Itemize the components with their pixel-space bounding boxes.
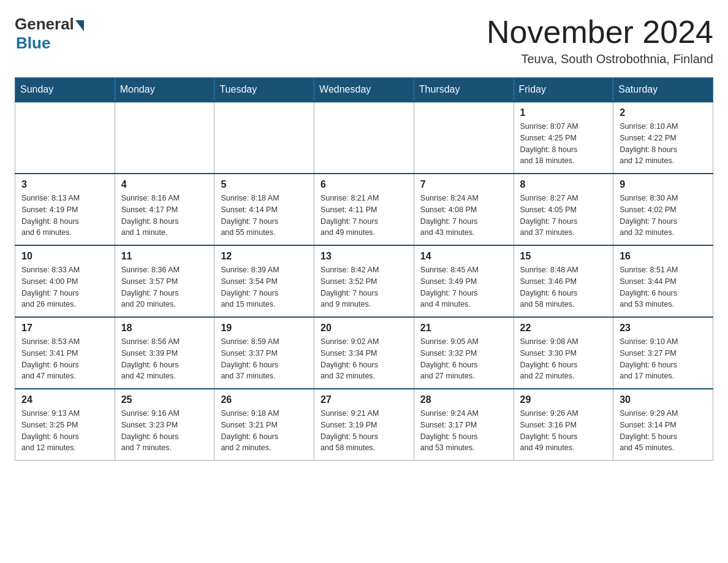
calendar-cell: 16Sunrise: 8:51 AMSunset: 3:44 PMDayligh… xyxy=(613,245,713,317)
day-info: Sunrise: 8:30 AMSunset: 4:02 PMDaylight:… xyxy=(620,193,707,239)
calendar-cell: 2Sunrise: 8:10 AMSunset: 4:22 PMDaylight… xyxy=(613,102,713,174)
day-number: 3 xyxy=(21,179,108,190)
day-info: Sunrise: 9:13 AMSunset: 3:25 PMDaylight:… xyxy=(21,408,108,454)
day-info: Sunrise: 8:51 AMSunset: 3:44 PMDaylight:… xyxy=(620,264,707,310)
day-info: Sunrise: 8:36 AMSunset: 3:57 PMDaylight:… xyxy=(121,264,208,310)
day-info: Sunrise: 8:16 AMSunset: 4:17 PMDaylight:… xyxy=(121,193,208,239)
weekday-header-friday: Friday xyxy=(514,78,613,102)
weekday-header-wednesday: Wednesday xyxy=(314,78,414,102)
day-number: 27 xyxy=(320,394,408,405)
day-number: 29 xyxy=(520,394,607,405)
day-number: 19 xyxy=(221,323,308,334)
day-info: Sunrise: 8:59 AMSunset: 3:37 PMDaylight:… xyxy=(221,336,308,382)
calendar-cell: 25Sunrise: 9:16 AMSunset: 3:23 PMDayligh… xyxy=(115,389,214,461)
day-number: 9 xyxy=(620,179,707,190)
day-info: Sunrise: 9:18 AMSunset: 3:21 PMDaylight:… xyxy=(221,408,308,454)
calendar-cell xyxy=(414,102,514,174)
calendar-cell: 26Sunrise: 9:18 AMSunset: 3:21 PMDayligh… xyxy=(214,389,314,461)
weekday-header-row: SundayMondayTuesdayWednesdayThursdayFrid… xyxy=(15,78,713,102)
calendar-week-1: 1Sunrise: 8:07 AMSunset: 4:25 PMDaylight… xyxy=(15,102,713,174)
day-number: 11 xyxy=(121,251,208,262)
day-info: Sunrise: 9:26 AMSunset: 3:16 PMDaylight:… xyxy=(520,408,607,454)
day-number: 15 xyxy=(520,251,607,262)
location-title: Teuva, South Ostrobothnia, Finland xyxy=(487,52,713,66)
calendar-week-3: 10Sunrise: 8:33 AMSunset: 4:00 PMDayligh… xyxy=(15,245,713,317)
day-number: 2 xyxy=(620,107,707,118)
day-number: 20 xyxy=(320,323,408,334)
day-number: 26 xyxy=(221,394,308,405)
weekday-header-tuesday: Tuesday xyxy=(214,78,314,102)
calendar-cell: 18Sunrise: 8:56 AMSunset: 3:39 PMDayligh… xyxy=(115,317,214,389)
calendar-cell: 23Sunrise: 9:10 AMSunset: 3:27 PMDayligh… xyxy=(613,317,713,389)
calendar-cell: 20Sunrise: 9:02 AMSunset: 3:34 PMDayligh… xyxy=(314,317,414,389)
weekday-header-saturday: Saturday xyxy=(613,78,713,102)
calendar-cell: 6Sunrise: 8:21 AMSunset: 4:11 PMDaylight… xyxy=(314,174,414,245)
calendar-cell: 4Sunrise: 8:16 AMSunset: 4:17 PMDaylight… xyxy=(115,174,214,245)
day-info: Sunrise: 8:53 AMSunset: 3:41 PMDaylight:… xyxy=(21,336,108,382)
calendar-week-5: 24Sunrise: 9:13 AMSunset: 3:25 PMDayligh… xyxy=(15,389,713,461)
calendar-cell: 22Sunrise: 9:08 AMSunset: 3:30 PMDayligh… xyxy=(514,317,613,389)
day-info: Sunrise: 8:39 AMSunset: 3:54 PMDaylight:… xyxy=(221,264,308,310)
day-info: Sunrise: 8:10 AMSunset: 4:22 PMDaylight:… xyxy=(620,121,707,167)
calendar-cell: 14Sunrise: 8:45 AMSunset: 3:49 PMDayligh… xyxy=(414,245,514,317)
calendar-week-2: 3Sunrise: 8:13 AMSunset: 4:19 PMDaylight… xyxy=(15,174,713,245)
weekday-header-sunday: Sunday xyxy=(15,78,115,102)
calendar-cell: 5Sunrise: 8:18 AMSunset: 4:14 PMDaylight… xyxy=(214,174,314,245)
calendar-week-4: 17Sunrise: 8:53 AMSunset: 3:41 PMDayligh… xyxy=(15,317,713,389)
month-title: November 2024 xyxy=(487,15,713,50)
calendar-cell xyxy=(214,102,314,174)
calendar-cell: 7Sunrise: 8:24 AMSunset: 4:08 PMDaylight… xyxy=(414,174,514,245)
day-info: Sunrise: 9:29 AMSunset: 3:14 PMDaylight:… xyxy=(620,408,707,454)
page-header: General Blue November 2024 Teuva, South … xyxy=(15,15,713,66)
weekday-header-thursday: Thursday xyxy=(414,78,514,102)
day-info: Sunrise: 8:18 AMSunset: 4:14 PMDaylight:… xyxy=(221,193,308,239)
calendar-cell: 21Sunrise: 9:05 AMSunset: 3:32 PMDayligh… xyxy=(414,317,514,389)
day-number: 22 xyxy=(520,323,607,334)
day-number: 13 xyxy=(320,251,408,262)
calendar-cell: 19Sunrise: 8:59 AMSunset: 3:37 PMDayligh… xyxy=(214,317,314,389)
calendar-cell: 3Sunrise: 8:13 AMSunset: 4:19 PMDaylight… xyxy=(15,174,115,245)
calendar-cell: 17Sunrise: 8:53 AMSunset: 3:41 PMDayligh… xyxy=(15,317,115,389)
day-info: Sunrise: 9:02 AMSunset: 3:34 PMDaylight:… xyxy=(320,336,408,382)
day-number: 16 xyxy=(620,251,707,262)
calendar-cell: 24Sunrise: 9:13 AMSunset: 3:25 PMDayligh… xyxy=(15,389,115,461)
day-number: 25 xyxy=(121,394,208,405)
calendar-cell: 10Sunrise: 8:33 AMSunset: 4:00 PMDayligh… xyxy=(15,245,115,317)
calendar-cell: 15Sunrise: 8:48 AMSunset: 3:46 PMDayligh… xyxy=(514,245,613,317)
calendar-cell: 12Sunrise: 8:39 AMSunset: 3:54 PMDayligh… xyxy=(214,245,314,317)
calendar-cell: 28Sunrise: 9:24 AMSunset: 3:17 PMDayligh… xyxy=(414,389,514,461)
day-info: Sunrise: 8:07 AMSunset: 4:25 PMDaylight:… xyxy=(520,121,607,167)
calendar-cell: 8Sunrise: 8:27 AMSunset: 4:05 PMDaylight… xyxy=(514,174,613,245)
logo: General Blue xyxy=(15,15,84,53)
day-info: Sunrise: 8:45 AMSunset: 3:49 PMDaylight:… xyxy=(420,264,507,310)
calendar-cell xyxy=(115,102,214,174)
calendar-cell xyxy=(15,102,115,174)
logo-arrow-icon xyxy=(75,20,84,31)
calendar-cell: 11Sunrise: 8:36 AMSunset: 3:57 PMDayligh… xyxy=(115,245,214,317)
day-info: Sunrise: 8:13 AMSunset: 4:19 PMDaylight:… xyxy=(21,193,108,239)
day-info: Sunrise: 8:27 AMSunset: 4:05 PMDaylight:… xyxy=(520,193,607,239)
calendar-cell: 13Sunrise: 8:42 AMSunset: 3:52 PMDayligh… xyxy=(314,245,414,317)
calendar-cell: 30Sunrise: 9:29 AMSunset: 3:14 PMDayligh… xyxy=(613,389,713,461)
day-number: 18 xyxy=(121,323,208,334)
day-number: 14 xyxy=(420,251,507,262)
day-info: Sunrise: 9:21 AMSunset: 3:19 PMDaylight:… xyxy=(320,408,408,454)
day-info: Sunrise: 8:56 AMSunset: 3:39 PMDaylight:… xyxy=(121,336,208,382)
day-info: Sunrise: 8:24 AMSunset: 4:08 PMDaylight:… xyxy=(420,193,507,239)
logo-blue-text: Blue xyxy=(16,34,50,53)
day-info: Sunrise: 9:24 AMSunset: 3:17 PMDaylight:… xyxy=(420,408,507,454)
day-info: Sunrise: 9:08 AMSunset: 3:30 PMDaylight:… xyxy=(520,336,607,382)
day-number: 30 xyxy=(620,394,707,405)
weekday-header-monday: Monday xyxy=(115,78,214,102)
calendar-cell: 27Sunrise: 9:21 AMSunset: 3:19 PMDayligh… xyxy=(314,389,414,461)
day-number: 24 xyxy=(21,394,108,405)
day-number: 5 xyxy=(221,179,308,190)
day-number: 28 xyxy=(420,394,507,405)
calendar-cell xyxy=(314,102,414,174)
header-right: November 2024 Teuva, South Ostrobothnia,… xyxy=(487,15,713,66)
day-number: 12 xyxy=(221,251,308,262)
day-info: Sunrise: 9:10 AMSunset: 3:27 PMDaylight:… xyxy=(620,336,707,382)
day-info: Sunrise: 8:42 AMSunset: 3:52 PMDaylight:… xyxy=(320,264,408,310)
calendar-table: SundayMondayTuesdayWednesdayThursdayFrid… xyxy=(15,77,713,461)
day-number: 8 xyxy=(520,179,607,190)
